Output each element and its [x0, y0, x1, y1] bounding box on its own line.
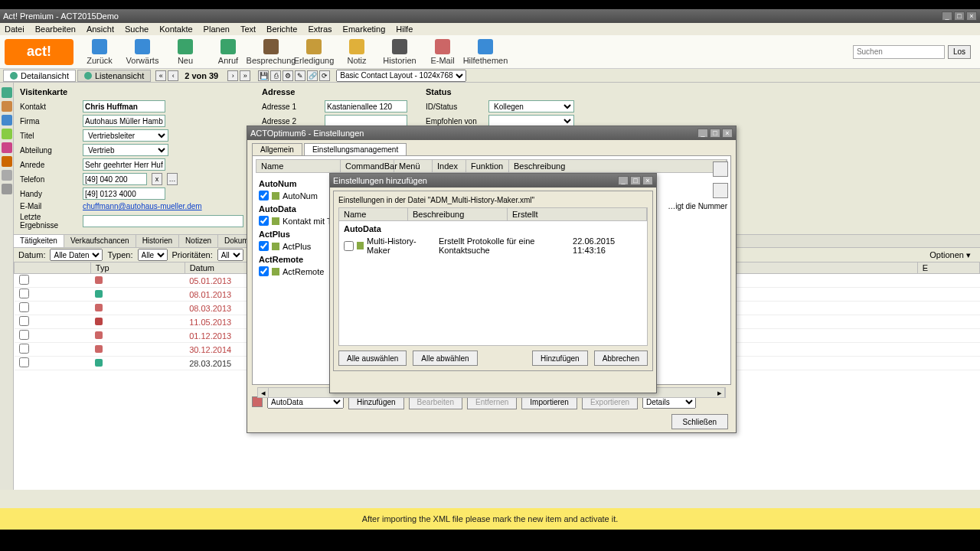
- dlg2-titlebar[interactable]: Einstellungen hinzufügen _□×: [330, 174, 656, 187]
- nav-next-icon[interactable]: ›: [227, 70, 238, 81]
- btab-3[interactable]: Notizen: [179, 235, 218, 247]
- menu-text[interactable]: Text: [240, 24, 256, 34]
- tool3-icon[interactable]: 🔗: [307, 70, 318, 81]
- dlg2-close-icon[interactable]: ×: [642, 176, 653, 185]
- tb-historien[interactable]: Historien: [380, 37, 420, 67]
- select-all-button[interactable]: Alle auswählen: [338, 350, 407, 366]
- menu-berichte[interactable]: Berichte: [266, 24, 297, 34]
- tree-checkbox[interactable]: [259, 241, 269, 251]
- sb-reports-icon[interactable]: [2, 170, 12, 181]
- addr1-field[interactable]: [325, 100, 407, 112]
- tb-erledigung[interactable]: Erledigung: [294, 37, 334, 67]
- save-icon[interactable]: 💾: [258, 70, 269, 81]
- nav-last-icon[interactable]: »: [240, 70, 250, 81]
- layout-select[interactable]: Basic Contact Layout - 1024x768: [336, 70, 466, 82]
- btab-0[interactable]: Tätigkeiten: [14, 235, 64, 247]
- row-checkbox[interactable]: [19, 330, 29, 340]
- menu-suche[interactable]: Suche: [125, 24, 149, 34]
- menu-hilfe[interactable]: Hilfe: [396, 24, 413, 34]
- menu-extras[interactable]: Extras: [308, 24, 332, 34]
- btab-2[interactable]: Historien: [136, 235, 179, 247]
- minimize-icon[interactable]: _: [942, 11, 952, 21]
- sb-opps-icon[interactable]: [2, 156, 12, 167]
- filter-prio[interactable]: All: [217, 249, 243, 261]
- col-header[interactable]: [15, 262, 91, 274]
- dlg2-min-icon[interactable]: _: [618, 176, 629, 185]
- anrede-field[interactable]: [83, 158, 165, 171]
- tb-anruf[interactable]: Anruf: [208, 37, 248, 67]
- tb-besprechung[interactable]: Besprechung: [251, 37, 291, 67]
- filter-date[interactable]: Alle Daten: [50, 249, 103, 261]
- menu-kontakte[interactable]: Kontakte: [159, 24, 192, 34]
- menu-ansicht[interactable]: Ansicht: [87, 24, 114, 34]
- tool2-icon[interactable]: ✎: [295, 70, 305, 81]
- close-button[interactable]: Schließen: [671, 414, 728, 429]
- close-icon[interactable]: ×: [966, 11, 977, 21]
- tb-hilfethemen[interactable]: Hilfethemen: [466, 37, 505, 67]
- sb-planner-icon[interactable]: [2, 101, 12, 112]
- tool-icon[interactable]: ⚙: [283, 70, 293, 81]
- search-input[interactable]: [853, 45, 945, 59]
- row-checkbox[interactable]: [19, 357, 29, 367]
- menu-emarketing[interactable]: Emarketing: [343, 24, 386, 34]
- dlg1-close-icon[interactable]: ×: [722, 129, 733, 138]
- handy-field[interactable]: [83, 187, 165, 200]
- move-up-icon[interactable]: [713, 161, 728, 177]
- dlg2-max-icon[interactable]: □: [630, 176, 641, 185]
- tb-vorwärts[interactable]: Vorwärts: [122, 37, 162, 67]
- btab-1[interactable]: Verkaufschancen: [64, 235, 136, 247]
- menu-bearbeiten[interactable]: Bearbeiten: [35, 24, 76, 34]
- idstatus-field[interactable]: Kollegen: [488, 100, 574, 112]
- row-checkbox[interactable]: [19, 275, 29, 285]
- search-go-button[interactable]: Los: [948, 45, 971, 59]
- dlg2-add-button[interactable]: Hinzufügen: [532, 350, 588, 366]
- dlg1-max-icon[interactable]: □: [710, 129, 720, 138]
- tb-notiz[interactable]: Notiz: [337, 37, 377, 67]
- print-icon[interactable]: ⎙: [270, 70, 281, 81]
- tb-e-mail[interactable]: E-Mail: [423, 37, 462, 67]
- maximize-icon[interactable]: □: [954, 11, 965, 21]
- dlg1-min-icon[interactable]: _: [697, 129, 708, 138]
- abteilung-field[interactable]: Vertrieb: [83, 144, 168, 156]
- tree-checkbox[interactable]: [259, 191, 269, 201]
- sb-calendar-icon[interactable]: [2, 115, 12, 126]
- letzte-field[interactable]: [83, 215, 243, 227]
- tel-dial-button[interactable]: …: [167, 173, 178, 185]
- row-checkbox[interactable]: [19, 302, 29, 312]
- email-link[interactable]: chuffmann@autohaus-mueller.dem: [83, 202, 202, 210]
- sb-search-icon[interactable]: [2, 184, 12, 194]
- filter-type[interactable]: Alle: [138, 249, 168, 261]
- titel-field[interactable]: Vertriebsleiter: [83, 129, 168, 142]
- tel-ext-button[interactable]: x: [152, 173, 162, 185]
- telefon-field[interactable]: [83, 173, 147, 185]
- col-header[interactable]: Typ: [90, 262, 185, 274]
- menu-planen[interactable]: Planen: [204, 24, 230, 34]
- dlg1-tab-general[interactable]: Allgemein: [252, 143, 302, 155]
- sb-email-icon[interactable]: [2, 129, 12, 139]
- nav-prev-icon[interactable]: ‹: [168, 70, 178, 81]
- tb-zurück[interactable]: Zurück: [80, 37, 119, 67]
- dlg2-row[interactable]: Multi-History-Maker Erstellt Protokolle …: [341, 235, 645, 256]
- dlg2-row-checkbox[interactable]: [344, 241, 354, 251]
- kontakt-field[interactable]: [83, 100, 165, 112]
- nav-first-icon[interactable]: «: [155, 70, 166, 81]
- row-checkbox[interactable]: [19, 344, 29, 354]
- firma-field[interactable]: [83, 115, 165, 127]
- col-header[interactable]: E: [917, 262, 979, 274]
- dlg2-cancel-button[interactable]: Abbrechen: [594, 350, 648, 366]
- dlg1-tab-mgmt[interactable]: Einstellungsmanagement: [304, 143, 407, 155]
- tree-checkbox[interactable]: [259, 266, 269, 276]
- menu-datei[interactable]: Datei: [5, 24, 24, 34]
- row-checkbox[interactable]: [19, 316, 29, 326]
- dlg1-titlebar[interactable]: ACTOptimum6 - Einstellungen _□×: [247, 126, 736, 140]
- row-checkbox[interactable]: [19, 289, 29, 298]
- tab-detail[interactable]: Detailansicht: [3, 70, 76, 82]
- tree-checkbox[interactable]: [259, 216, 269, 226]
- sb-dashboard-icon[interactable]: [2, 142, 12, 153]
- tab-list[interactable]: Listenansicht: [77, 70, 151, 82]
- move-down-icon[interactable]: [713, 183, 728, 198]
- sb-contacts-icon[interactable]: [2, 87, 12, 98]
- tb-neu[interactable]: Neu: [165, 37, 205, 67]
- dlg2-list[interactable]: AutoData Multi-History-Maker Erstellt Pr…: [338, 221, 648, 346]
- tool4-icon[interactable]: ⟳: [319, 70, 330, 81]
